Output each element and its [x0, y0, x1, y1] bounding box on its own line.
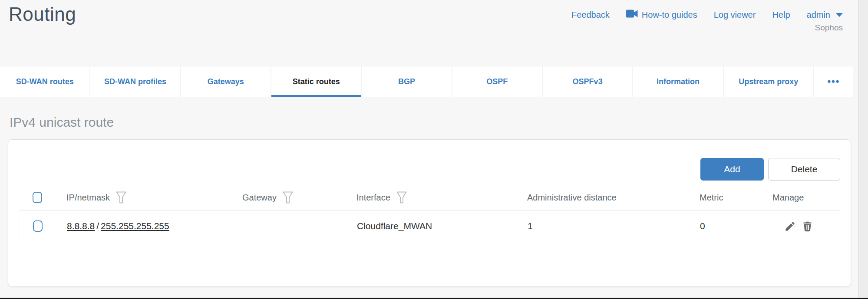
- feedback-link[interactable]: Feedback: [571, 10, 610, 20]
- table-row: 8.8.8.8/255.255.255.255 Cloudflare_MWAN …: [19, 210, 840, 242]
- routing-page: Routing Feedback How-to guides Log viewe…: [0, 0, 868, 299]
- help-link[interactable]: Help: [772, 10, 790, 20]
- cell-metric: 0: [700, 221, 773, 231]
- more-tabs-icon[interactable]: •••: [813, 66, 853, 97]
- main-content: IPv4 unicast route Add Delete IP/netmask: [0, 115, 868, 287]
- header-ip-netmask: IP/netmask: [66, 191, 242, 204]
- header-manage: Manage: [772, 193, 840, 203]
- routes-card: Add Delete IP/netmask Gateway: [8, 139, 851, 287]
- header-checkbox-cell: [19, 192, 66, 203]
- row-checkbox-cell: [19, 220, 67, 232]
- cell-interface: Cloudflare_MWAN: [357, 221, 528, 231]
- video-camera-icon: [626, 10, 638, 20]
- tab-ospf[interactable]: OSPF: [452, 66, 542, 97]
- admin-user-menu[interactable]: admin: [807, 10, 843, 20]
- route-ip-netmask-link[interactable]: 8.8.8.8/255.255.255.255: [67, 221, 243, 231]
- header-interface: Interface: [356, 191, 527, 204]
- header-metric: Metric: [700, 193, 772, 203]
- tab-upstream-proxy[interactable]: Upstream proxy: [723, 66, 813, 97]
- edit-pencil-icon[interactable]: [784, 220, 796, 232]
- row-checkbox[interactable]: [33, 220, 43, 232]
- select-all-checkbox[interactable]: [33, 192, 42, 203]
- howto-guides-link[interactable]: How-to guides: [626, 10, 697, 20]
- tab-static-routes[interactable]: Static routes: [271, 66, 361, 97]
- section-title: IPv4 unicast route: [10, 115, 868, 130]
- tab-sdwan-profiles[interactable]: SD-WAN profiles: [89, 66, 180, 97]
- tab-ospfv3[interactable]: OSPFv3: [542, 66, 632, 97]
- header-links: Feedback How-to guides Log viewer Help a…: [571, 10, 843, 20]
- tab-bgp[interactable]: BGP: [361, 66, 451, 97]
- header-right: Feedback How-to guides Log viewer Help a…: [571, 3, 843, 33]
- add-button[interactable]: Add: [700, 158, 764, 181]
- page-title: Routing: [9, 3, 76, 26]
- header-gateway: Gateway: [242, 191, 356, 204]
- filter-funnel-icon[interactable]: [116, 191, 126, 204]
- tab-gateways[interactable]: Gateways: [180, 66, 271, 97]
- tab-sdwan-routes[interactable]: SD-WAN routes: [0, 66, 89, 97]
- filter-funnel-icon[interactable]: [396, 191, 407, 204]
- log-viewer-link[interactable]: Log viewer: [714, 10, 756, 20]
- brand-label: Sophos: [815, 23, 843, 33]
- delete-button[interactable]: Delete: [768, 158, 840, 181]
- top-header: Routing Feedback How-to guides Log viewe…: [0, 0, 868, 66]
- card-toolbar: Add Delete: [19, 140, 840, 181]
- cell-manage: [773, 220, 840, 232]
- tab-information[interactable]: Information: [632, 66, 723, 97]
- page-right-gutter: [858, 0, 868, 298]
- header-admin-distance: Administrative distance: [527, 193, 700, 203]
- routing-tab-bar: SD-WAN routes SD-WAN profiles Gateways S…: [0, 66, 853, 97]
- trash-icon[interactable]: [802, 220, 813, 232]
- cell-admin-distance: 1: [528, 221, 700, 231]
- filter-funnel-icon[interactable]: [283, 191, 293, 204]
- caret-down-icon: [836, 13, 843, 17]
- table-header-row: IP/netmask Gateway Interface: [19, 185, 840, 210]
